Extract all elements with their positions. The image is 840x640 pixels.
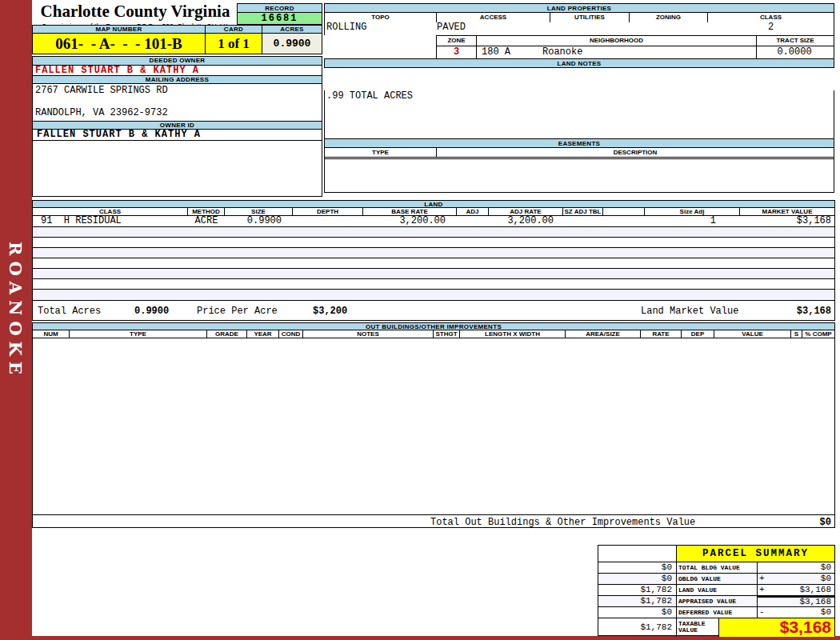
land-market-value-label: Land Market Value [641,306,738,317]
map-number-value: 061- - A- - - 101-B [32,34,206,54]
total-bldg-value: $0 [772,562,834,574]
land-properties-title: LAND PROPERTIES [324,3,834,13]
easements-title: EASEMENTS [324,138,834,148]
mailing-address-block: 2767 CARWILE SPRINGS RD RANDOLPH, VA 239… [33,86,322,121]
out-buildings-header-row: NUM TYPE GRADE YEAR COND NOTES STHGT LEN… [32,330,835,338]
land-sz-adj-tbl [563,216,603,226]
land-value-label: LAND VALUE [677,585,758,596]
land-adj-rate: 3,200.00 [489,216,563,226]
land-base-rate: 3,200.00 [363,216,457,226]
ob-col-cond: COND [279,330,303,338]
ob-col-area-size: AREA/SIZE [566,330,641,338]
prior-obldg-value: $0 [598,574,677,585]
col-depth: DEPTH [293,208,363,215]
ob-col-sthgt: STHGT [434,330,460,338]
ob-col-type: TYPE [70,330,207,338]
prior-total-bldg-value: $0 [598,562,677,574]
tract-size-value: 0.0000 [757,46,832,58]
col-class: CLASS [33,208,188,215]
zone-value-row: 3 180 ARoanoke 0.0000 [436,46,834,59]
map-number-value-row: 061- - A- - - 101-B 1 of 1 0.9900 [32,34,322,54]
page-title: Charlotte County Virginia [32,2,238,22]
summary-row-deferred: $0 DEFERRED VALUE - $0 [598,607,834,618]
col-sz-adj-tbl: SZ ADJ TBL [563,208,603,215]
land-data-row: 91 H RESIDUAL ACRE 0.9900 3,200.00 3,200… [32,216,835,227]
col-blank [603,208,645,215]
total-bldg-value-op [758,562,772,574]
land-note-text: .99 TOTAL ACRES [325,90,834,102]
mailing-address-label: MAILING ADDRESS [33,75,322,84]
zone-label: ZONE [437,36,477,46]
land-totals-row: Total Acres 0.9900 Price Per Acre $3,200… [32,301,835,321]
map-number-table: MAP NUMBER CARD ACRES 061- - A- - - 101-… [32,25,322,54]
deferred-value: $0 [772,607,834,618]
out-buildings-total-value: $0 [820,517,831,528]
topo-value: ROLLING [325,22,437,35]
neighborhood-code: 180 A [477,46,510,58]
record-box: RECORD 16681 [237,3,322,25]
land-properties-block: LAND PROPERTIES TOPO ACCESS UTILITIES ZO… [324,3,834,59]
parcel-summary-table: PARCEL SUMMARY $0 TOTAL BLDG VALUE $0 $0… [598,545,835,636]
ob-col-grade: GRADE [207,330,247,338]
zone-header-row: ZONE NEIGHBORHOOD TRACT SIZE [436,35,834,46]
ob-col-length-width: LENGTH X WIDTH [460,330,566,338]
parcel-summary-title: PARCEL SUMMARY [677,546,834,562]
summary-row-appraised: $1,782 APPRAISED VALUE $3,168 [598,596,834,607]
appraised-value-label: APPRAISED VALUE [677,596,758,607]
land-properties-value-row: ROLLING PAVED 2 [324,22,834,35]
ob-col-dep: DEP [682,330,714,338]
summary-row-total-bldg: $0 TOTAL BLDG VALUE $0 [598,562,834,574]
card-value: 1 of 1 [206,34,262,54]
total-acres-label: Total Acres [38,306,101,317]
parcel-summary-empty-cell [598,546,677,562]
land-blank [603,216,645,226]
land-market-value-total: $3,168 [797,306,831,317]
land-class: 91 H RESIDUAL [33,216,188,226]
obldg-value-label: OBLDG VALUE [677,574,758,585]
land-depth [293,216,363,226]
price-per-acre-label: Price Per Acre [197,306,278,317]
owner-id-value: FALLEN STUART B & KATHY A [33,130,322,141]
neighborhood-label: NEIGHBORHOOD [477,36,757,46]
ob-col-rate: RATE [641,330,682,338]
col-size-adj: Size Adj [645,208,740,215]
out-buildings-empty-area [32,338,835,514]
address-line-1: 2767 CARWILE SPRINGS RD [35,86,322,96]
map-number-header-row: MAP NUMBER CARD ACRES [32,25,322,34]
land-empty-row [32,279,835,290]
easements-block: EASEMENTS TYPE DESCRIPTION [324,138,834,193]
prior-taxable-value: $1,782 [598,618,677,637]
col-method: METHOD [188,208,225,215]
appraised-value-op [758,596,772,607]
land-notes-title: LAND NOTES [324,58,834,68]
ob-col-pct-comp: % COMP [802,330,834,338]
land-properties-header-row: TOPO ACCESS UTILITIES ZONING CLASS [324,13,834,22]
out-buildings-total-label: Total Out Buildings & Other Improvements… [430,517,695,528]
deferred-value-label: DEFERRED VALUE [677,607,758,618]
land-empty-row [32,238,835,248]
land-empty-row [32,258,835,269]
zoning-value [630,22,708,35]
land-value: $3,168 [772,585,834,596]
land-adj [457,216,489,226]
zoning-label: ZONING [630,13,708,22]
land-market-value: $3,168 [740,216,834,226]
record-value: 16681 [237,13,322,25]
easements-empty-area [324,158,834,193]
out-buildings-totals-row: Total Out Buildings & Other Improvements… [32,514,835,528]
land-size: 0.9900 [225,216,293,226]
acres-value: 0.9900 [262,34,322,54]
record-label: RECORD [237,3,322,13]
obldg-value-op: + [758,574,772,585]
utilities-label: UTILITIES [550,13,630,22]
land-value-op: + [758,585,772,596]
summary-row-taxable: $1,782 TAXABLE VALUE $3,168 [598,618,834,637]
ob-col-year: YEAR [247,330,279,338]
access-value: PAVED [437,22,550,35]
land-table-title: LAND [32,200,835,208]
property-record-card-page: ROANOKE Charlotte County Virginia Commis… [0,0,840,640]
taxable-value: $3,168 [719,618,834,637]
prior-deferred-value: $0 [598,607,677,618]
total-acres-value: 0.9900 [134,306,169,317]
ob-col-s: S [791,330,802,338]
